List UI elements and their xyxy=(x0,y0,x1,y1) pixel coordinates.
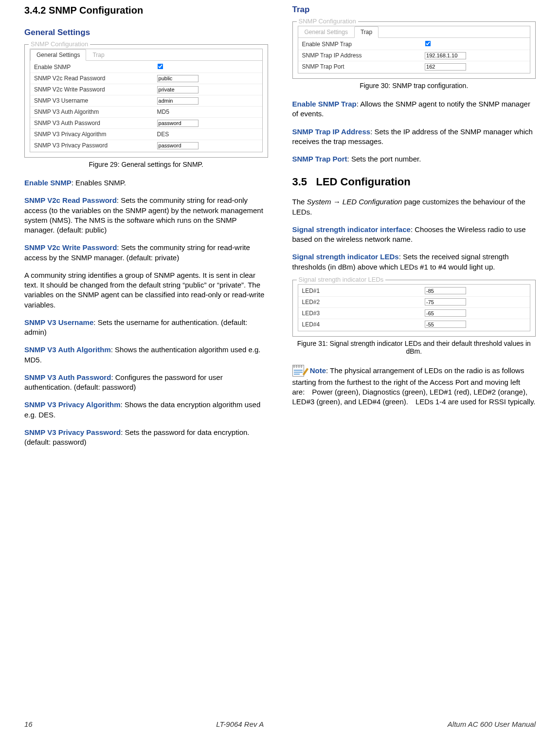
fig29-text-input[interactable] xyxy=(157,75,199,82)
figure-30-caption: Figure 30: SNMP trap configuration. xyxy=(292,82,536,90)
section-35-intro: The System → LED Configuration page cust… xyxy=(292,197,536,217)
figure-29-tabs: General Settings Trap xyxy=(30,49,262,61)
fig29-row-value xyxy=(153,96,262,106)
fig30-row-label: SNMP Trap Port xyxy=(298,61,421,72)
fig31-row: LED#1 xyxy=(298,286,530,297)
definition-paragraph: A community string identifies a group of… xyxy=(24,270,268,310)
fig31-text-input[interactable] xyxy=(425,298,466,306)
definition-term: Enable SNMP xyxy=(24,179,72,187)
page-footer: 16 LT-9064 Rev A Altum AC 600 User Manua… xyxy=(24,710,536,728)
fig29-row-value xyxy=(153,119,262,128)
note-paragraph: Note: The physical arrangement of LEDs o… xyxy=(292,365,536,407)
fig30-text-input[interactable] xyxy=(425,52,466,59)
fig31-text-input[interactable] xyxy=(425,309,466,317)
fig30-row-value xyxy=(421,39,530,49)
fig31-row: LED#3 xyxy=(298,308,530,319)
fig30-row-value xyxy=(421,62,530,72)
definition-text: A community string identifies a group of… xyxy=(24,271,264,309)
definition-paragraph: SNMP Trap Port: Sets the port number. xyxy=(292,154,536,164)
fig31-row-label: LED#2 xyxy=(298,297,421,307)
tab-general-settings[interactable]: General Settings xyxy=(30,49,86,61)
fig29-row-value: MD5 xyxy=(153,107,262,117)
tab-trap-2[interactable]: Trap xyxy=(354,26,379,38)
fig29-row-value xyxy=(153,74,262,83)
definition-term: Signal strength indicator LEDs xyxy=(292,252,399,261)
figure-29-caption: Figure 29: General settings for SNMP. xyxy=(24,161,268,168)
fig31-row-value xyxy=(421,320,530,329)
fig29-row-label: SNMP V2c Write Password xyxy=(30,84,153,95)
fig31-row: LED#4 xyxy=(298,319,530,330)
fig29-row-label: SNMP V3 Privacy Algorithm xyxy=(30,129,153,140)
figure-30-box: SNMP Configuration General Settings Trap… xyxy=(292,21,536,79)
fig31-row-value xyxy=(421,297,530,306)
figure-30-tabs: General Settings Trap xyxy=(298,26,530,38)
fig29-text-input[interactable] xyxy=(157,97,199,105)
fig29-row-label: Enable SNMP xyxy=(30,62,153,72)
fig29-text-input[interactable] xyxy=(157,120,199,127)
fig31-row-label: LED#4 xyxy=(298,319,421,330)
fig29-row: SNMP V3 Privacy AlgorithmDES xyxy=(30,129,262,140)
fig29-row-value xyxy=(153,85,262,94)
definition-paragraph: SNMP V3 Auth Algorithm: Shows the authen… xyxy=(24,345,268,365)
definition-paragraph: Enable SNMP: Enables SNMP. xyxy=(24,178,268,188)
fig29-checkbox[interactable] xyxy=(157,64,163,70)
definition-term: Signal strength indicator interface xyxy=(292,225,411,234)
fig29-row: SNMP V3 Username xyxy=(30,95,262,107)
fig31-row-label: LED#1 xyxy=(298,286,421,296)
fig29-row-label: SNMP V3 Username xyxy=(30,95,153,106)
fig30-row-label: SNMP Trap IP Address xyxy=(298,50,421,61)
section-heading-35: 3.5 LED Configuration xyxy=(292,176,536,188)
subheading-general-settings: General Settings xyxy=(24,28,268,37)
subheading-trap: Trap xyxy=(292,5,536,15)
figure-31-legend: Signal strength indicator LEDs xyxy=(297,276,386,283)
footer-page-number: 16 xyxy=(24,720,33,728)
fig31-row-value xyxy=(421,286,530,295)
definition-term: SNMP V3 Auth Password xyxy=(24,373,111,381)
definition-paragraph: Enable SNMP Trap: Allows the SNMP agent … xyxy=(292,99,536,119)
fig29-row: SNMP V3 Auth AlgorithmMD5 xyxy=(30,107,262,118)
fig30-row: Enable SNMP Trap xyxy=(298,39,530,50)
fig29-row: Enable SNMP xyxy=(30,62,262,73)
tab-trap[interactable]: Trap xyxy=(86,49,110,60)
right-column: Trap SNMP Configuration General Settings… xyxy=(292,5,536,710)
definition-term: SNMP V2c Read Password xyxy=(24,196,117,204)
definition-paragraph: SNMP V2c Write Password: Sets the commun… xyxy=(24,243,268,263)
definition-term: SNMP Trap IP Address xyxy=(292,127,371,136)
definition-paragraph: SNMP V2c Read Password: Sets the communi… xyxy=(24,196,268,235)
fig29-row: SNMP V2c Write Password xyxy=(30,84,262,95)
figure-29-legend: SNMP Configuration xyxy=(29,40,90,48)
fig29-row-value xyxy=(153,62,262,72)
fig30-text-input[interactable] xyxy=(425,63,466,71)
fig29-row-label: SNMP V3 Auth Algorithm xyxy=(30,107,153,117)
fig30-checkbox[interactable] xyxy=(425,41,431,47)
fig29-row-value: DES xyxy=(153,129,262,140)
tab-general-settings-2[interactable]: General Settings xyxy=(298,26,354,37)
fig31-row-value xyxy=(421,308,530,318)
fig29-row: SNMP V2c Read Password xyxy=(30,73,262,84)
definition-term: SNMP V3 Privacy Algorithm xyxy=(24,400,121,409)
definition-term: Enable SNMP Trap xyxy=(292,100,357,108)
fig31-text-input[interactable] xyxy=(425,287,466,294)
definition-term: SNMP V3 Auth Algorithm xyxy=(24,345,111,354)
fig31-row: LED#2 xyxy=(298,297,530,308)
definition-paragraph: SNMP V3 Privacy Password: Sets the passw… xyxy=(24,428,268,448)
definition-term: SNMP V3 Username xyxy=(24,318,93,326)
figure-30-legend: SNMP Configuration xyxy=(297,18,358,25)
footer-right: Altum AC 600 User Manual xyxy=(448,720,536,728)
definition-text: : Enables SNMP. xyxy=(72,179,126,187)
footer-center: LT-9064 Rev A xyxy=(216,720,264,728)
section-heading-342: 3.4.2 SNMP Configuration xyxy=(24,5,268,16)
fig30-row-value xyxy=(421,51,530,60)
definition-term: SNMP V2c Write Password xyxy=(24,243,117,252)
fig29-row-label: SNMP V3 Auth Password xyxy=(30,118,153,128)
definition-term: SNMP Trap Port xyxy=(292,155,347,163)
fig30-row: SNMP Trap Port xyxy=(298,61,530,72)
fig29-text-input[interactable] xyxy=(157,142,199,149)
definition-paragraph: SNMP V3 Privacy Algorithm: Shows the dat… xyxy=(24,400,268,420)
fig29-row: SNMP V3 Privacy Password xyxy=(30,140,262,151)
fig31-text-input[interactable] xyxy=(425,321,466,328)
figure-31-box: Signal strength indicator LEDs LED#1LED#… xyxy=(292,280,536,337)
left-column: 3.4.2 SNMP Configuration General Setting… xyxy=(24,5,268,710)
fig30-row: SNMP Trap IP Address xyxy=(298,50,530,61)
fig29-text-input[interactable] xyxy=(157,86,199,93)
